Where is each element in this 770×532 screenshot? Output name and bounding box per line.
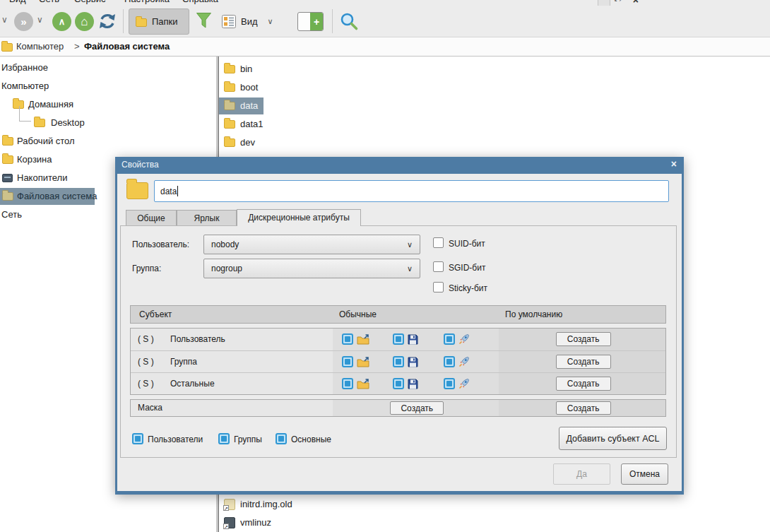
close-window-icon[interactable]: × [633, 0, 639, 6]
filename-input[interactable]: data [154, 180, 669, 202]
write-checkbox[interactable] [393, 333, 404, 345]
exec-checkbox[interactable] [444, 378, 455, 389]
folder-icon [34, 119, 45, 127]
search-button[interactable] [339, 11, 359, 33]
folder-icon [224, 120, 235, 129]
forward-button[interactable]: » [14, 12, 33, 31]
write-checkbox[interactable] [393, 356, 404, 367]
chevron-down-icon: ∨ [407, 264, 413, 273]
sticky-checkbox[interactable] [433, 282, 444, 292]
create-default-button[interactable]: Создать [556, 332, 611, 346]
group-select[interactable]: nogroup ∨ [203, 259, 420, 278]
tab-shortcut[interactable]: Ярлык [177, 210, 237, 226]
exec-checkbox[interactable] [444, 333, 455, 345]
view-mode-label: Вид [241, 16, 258, 27]
mask-label: Маска [138, 403, 162, 413]
back-dropdown-icon[interactable]: ∨ [1, 15, 8, 25]
breadcrumb-root[interactable]: Компьютер [16, 41, 64, 52]
sgid-checkbox[interactable] [433, 261, 444, 272]
menu-help[interactable]: Справка [182, 0, 218, 4]
view-mode-button[interactable]: Вид ∨ [216, 8, 291, 35]
tab-discretionary-attributes[interactable]: Дискреционные атрибуты [237, 209, 361, 226]
home-button[interactable]: ⌂ [75, 12, 94, 31]
perm-write [393, 378, 418, 389]
refresh-icon [97, 11, 118, 32]
tab-general[interactable]: Общие [126, 210, 177, 226]
subject-name: Пользователь [170, 334, 225, 344]
write-checkbox[interactable] [393, 378, 404, 389]
sidebar-item-label: Накопители [17, 170, 67, 187]
filter-users-checkbox[interactable] [132, 433, 143, 444]
restore-icon[interactable]: ↙↗ [614, 0, 623, 3]
sidebar-item-favorites[interactable]: Избранное [0, 59, 216, 76]
perm-write [393, 356, 418, 367]
file-item-initrd[interactable]: ↗ initrd.img.old [219, 496, 770, 513]
filter-button[interactable] [196, 12, 212, 32]
breadcrumb-current[interactable]: Файловая система [84, 41, 170, 52]
view-mode-icon [222, 15, 236, 28]
filter-basic-label: Основные [291, 435, 331, 444]
filter-groups-checkbox[interactable] [218, 433, 230, 444]
menu-service[interactable]: Сервис [74, 0, 106, 4]
sidebar-item-desktop-folder[interactable]: Рабочий стол [0, 133, 216, 150]
dialog-body: data Общие Ярлык Дискреционные атрибуты … [117, 174, 682, 491]
perm-read [342, 356, 369, 367]
folder-icon [126, 182, 148, 199]
folder-icon [224, 65, 235, 73]
create-mask-button[interactable]: Создать [390, 401, 444, 415]
create-default-button[interactable]: Создать [556, 377, 611, 391]
sidebar-item-label: Файловая система [17, 188, 97, 205]
filename-value: data [160, 187, 177, 196]
file-item-dev[interactable]: dev [219, 134, 770, 151]
toolbar: ∨ » ∨ ∧ ⌂ Папки [0, 6, 770, 37]
file-item-boot[interactable]: boot [219, 79, 770, 96]
add-acl-subject-button[interactable]: Добавить субъект ACL [559, 427, 667, 450]
perm-exec [444, 333, 470, 345]
dialog-titlebar[interactable]: Свойства × [115, 157, 684, 174]
acl-mask-row: Маска Создать Создать [130, 399, 666, 417]
up-button[interactable]: ∧ [52, 12, 71, 31]
folder-icon [1, 43, 13, 52]
read-checkbox[interactable] [342, 378, 353, 389]
filter-basic-checkbox[interactable] [276, 433, 287, 444]
dialog-close-icon[interactable]: × [671, 158, 677, 170]
file-item-data[interactable]: data [219, 97, 770, 114]
create-default-button[interactable]: Создать [556, 355, 611, 369]
sidebar-item-desktop[interactable]: Desktop [0, 114, 216, 131]
suid-checkbox[interactable] [433, 237, 444, 248]
folders-button[interactable]: Папки [129, 8, 189, 35]
file-item-bin[interactable]: bin [219, 61, 770, 78]
read-folder-icon [357, 356, 369, 367]
attributes-panel: Пользователь: nobody ∨ SUID-бит Группа: … [120, 225, 677, 458]
folder-icon [224, 138, 235, 147]
refresh-button[interactable] [97, 11, 118, 34]
file-item-data1[interactable]: data1 [219, 116, 770, 133]
sidebar-item-computer[interactable]: Компьютер [0, 78, 216, 95]
write-floppy-icon [408, 334, 418, 345]
cancel-button[interactable]: Отмена [621, 463, 668, 485]
owner-select[interactable]: nobody ∨ [203, 235, 420, 254]
subject-prefix: ( S ) [138, 334, 154, 344]
ok-button[interactable]: Да [553, 463, 610, 485]
menu-network[interactable]: Сеть [39, 0, 59, 4]
menu-settings[interactable]: Настройка [124, 0, 170, 4]
menu-view[interactable]: Вид [9, 0, 26, 4]
sidebar-item-home[interactable]: Домашняя [0, 96, 216, 113]
file-item-label: data [240, 97, 258, 114]
read-checkbox[interactable] [342, 356, 353, 367]
column-subject: Субъект [139, 309, 172, 319]
acl-table-body: ( S ) Пользователь Создать [130, 328, 666, 395]
toolbar-separator [123, 9, 124, 33]
folder-icon [136, 18, 147, 27]
sidebar-item-label: Домашняя [28, 96, 73, 113]
folder-icon [2, 137, 13, 146]
file-item-vmlinuz[interactable]: ↗ vmlinuz [219, 514, 770, 531]
forward-dropdown-icon[interactable]: ∨ [37, 15, 43, 25]
file-manager-window: Вид Сеть Сервис Настройка Справка ↙↗ × ∨… [0, 0, 770, 532]
dialog-title: Свойства [122, 160, 159, 170]
create-default-mask-button[interactable]: Создать [556, 401, 611, 415]
read-checkbox[interactable] [342, 333, 353, 345]
subject-prefix: ( S ) [138, 357, 154, 367]
exec-checkbox[interactable] [444, 356, 455, 367]
split-panel-button[interactable]: + [297, 12, 324, 31]
